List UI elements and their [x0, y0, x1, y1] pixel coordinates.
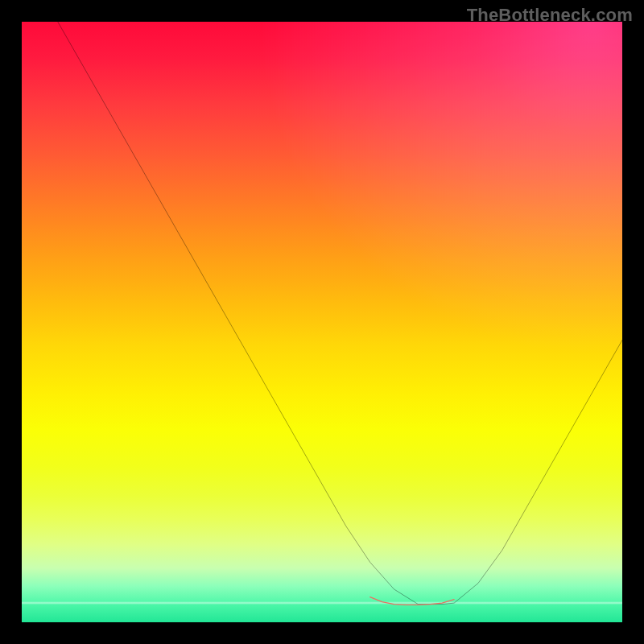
- bottleneck-curve: [58, 22, 622, 605]
- watermark-label: TheBottleneck.com: [467, 5, 633, 26]
- chart-frame: TheBottleneck.com: [0, 0, 644, 644]
- chart-svg: [22, 22, 622, 622]
- plot-area: [22, 22, 622, 622]
- optimal-range-marker: [370, 597, 454, 605]
